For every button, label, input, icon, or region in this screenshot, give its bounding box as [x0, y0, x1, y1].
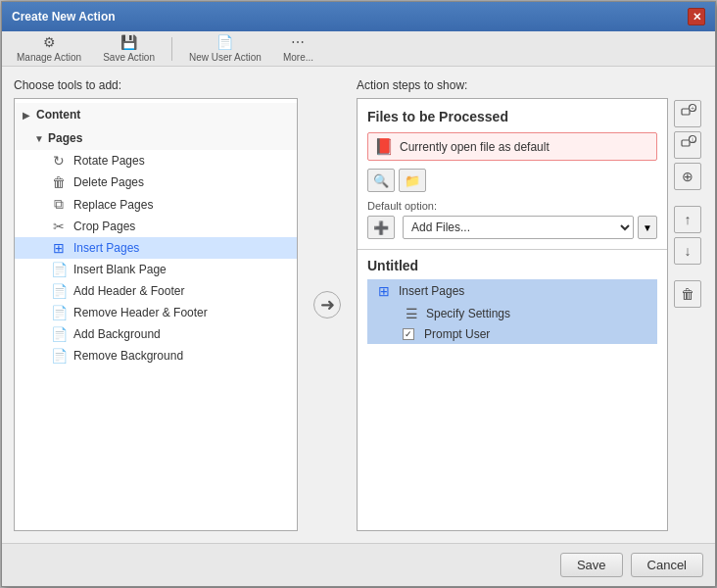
- file-folder-button[interactable]: 📁: [399, 169, 426, 192]
- prompt-user-checkbox[interactable]: ✓: [403, 328, 414, 340]
- manage-icon: ⚙: [43, 34, 56, 50]
- move-up-button[interactable]: ↑: [674, 206, 701, 233]
- save-button[interactable]: Save: [560, 553, 623, 577]
- right-panel-label: Action steps to show:: [357, 78, 668, 92]
- delete-button[interactable]: 🗑: [674, 280, 701, 308]
- remove-background-label: Remove Background: [73, 349, 183, 363]
- insert-pages-action-label: Insert Pages: [399, 284, 464, 298]
- tool-tree: ▶ Content ▼ Pages ↻ Rotate Pages 🗑 Delet…: [14, 98, 298, 531]
- svg-rect-0: [682, 109, 690, 115]
- insert-pages-icon: ⊞: [50, 240, 68, 256]
- crop-pages-item[interactable]: ✂ Crop Pages: [15, 216, 297, 237]
- manage-label: Manage Action: [17, 52, 81, 63]
- manage-action-button[interactable]: ⚙ Manage Action: [8, 30, 90, 67]
- up-arrow-icon: ↑: [685, 212, 692, 227]
- add-info-icon: i: [679, 134, 696, 156]
- add-background-icon: 📄: [50, 326, 68, 342]
- toolbar-separator: [171, 37, 172, 61]
- insert-pages-action-icon: ⊞: [375, 283, 393, 299]
- new-user-action-button[interactable]: 📄 New User Action: [180, 30, 270, 67]
- dropdown-arrow-button[interactable]: ▼: [638, 216, 657, 239]
- new-action-label: New User Action: [189, 52, 262, 63]
- save-action-button[interactable]: 💾 Save Action: [94, 30, 164, 67]
- add-button-2[interactable]: ⊕: [674, 163, 701, 190]
- move-down-button[interactable]: ↓: [674, 237, 701, 265]
- add-header-footer-item[interactable]: 📄 Add Header & Footer: [15, 280, 297, 302]
- specify-settings-subitem[interactable]: ☰ Specify Settings: [367, 303, 657, 324]
- file-folder-icon: 📁: [405, 173, 420, 188]
- file-search-button[interactable]: 🔍: [367, 169, 395, 192]
- replace-pages-icon: ⧉: [50, 196, 68, 213]
- pdf-icon: 📕: [374, 137, 394, 156]
- remove-background-item[interactable]: 📄 Remove Background: [15, 345, 297, 367]
- crop-pages-icon: ✂: [50, 219, 68, 234]
- cancel-button[interactable]: Cancel: [631, 553, 703, 577]
- add-to-action-button[interactable]: ➜: [313, 291, 341, 318]
- default-option-select[interactable]: Add Files... Ask at run time Add Folders…: [403, 216, 634, 239]
- insert-pages-action-item[interactable]: ⊞ Insert Pages: [367, 279, 657, 303]
- delete-pages-item[interactable]: 🗑 Delete Pages: [15, 172, 297, 193]
- crop-pages-label: Crop Pages: [73, 220, 135, 233]
- current-file-button[interactable]: 📕 Currently open file as default: [367, 132, 657, 161]
- dropdown-row: ➕ Add Files... Ask at run time Add Folde…: [367, 216, 657, 239]
- right-panel: Action steps to show: Files to be Proces…: [357, 78, 668, 531]
- down-arrow-icon: ↓: [685, 243, 692, 259]
- left-panel: Choose tools to add: ▶ Content ▼ Pages ↻…: [14, 78, 298, 531]
- files-section: Files to be Processed 📕 Currently open f…: [358, 99, 667, 250]
- more-icon: ⋯: [291, 34, 305, 50]
- remove-header-footer-item[interactable]: 📄 Remove Header & Footer: [15, 302, 297, 323]
- delete-pages-label: Delete Pages: [73, 175, 144, 189]
- title-bar: Create New Action ✕: [2, 2, 715, 31]
- action-container: Files to be Processed 📕 Currently open f…: [357, 98, 668, 531]
- insert-pages-item[interactable]: ⊞ Insert Pages: [15, 237, 297, 259]
- specify-settings-icon: ☰: [403, 306, 420, 321]
- delete-pages-icon: 🗑: [50, 174, 68, 190]
- pages-label: Pages: [48, 131, 82, 145]
- add-info-button[interactable]: i: [674, 131, 701, 159]
- add-background-item[interactable]: 📄 Add Background: [15, 323, 297, 345]
- rotate-pages-icon: ↻: [50, 153, 68, 169]
- rotate-pages-item[interactable]: ↻ Rotate Pages: [15, 150, 297, 172]
- prompt-user-label: Prompt User: [424, 327, 490, 341]
- replace-pages-label: Replace Pages: [73, 198, 153, 212]
- insert-blank-page-item[interactable]: 📄 Insert Blank Page: [15, 259, 297, 280]
- file-search-icon: 🔍: [373, 173, 389, 188]
- toolbar-spacer-2: [674, 269, 703, 276]
- add-arrow-icon: ➜: [320, 294, 335, 316]
- create-new-action-dialog: Create New Action ✕ ⚙ Manage Action 💾 Sa…: [1, 1, 716, 587]
- main-content: Choose tools to add: ▶ Content ▼ Pages ↻…: [2, 67, 715, 543]
- action-section-title: Untitled: [367, 258, 657, 273]
- add-step-button[interactable]: +: [674, 100, 701, 127]
- specify-settings-label: Specify Settings: [426, 307, 510, 320]
- content-section-header[interactable]: ▶ Content: [15, 103, 297, 126]
- current-file-label: Currently open file as default: [400, 140, 550, 154]
- dialog-title: Create New Action: [12, 10, 116, 24]
- insert-pages-label: Insert Pages: [73, 241, 139, 255]
- content-label: Content: [36, 108, 80, 122]
- pages-arrow: ▼: [34, 133, 44, 144]
- add-icon-2: ⊕: [682, 169, 693, 184]
- left-panel-label: Choose tools to add:: [14, 78, 298, 92]
- remove-header-footer-icon: 📄: [50, 305, 68, 320]
- remove-background-icon: 📄: [50, 348, 68, 364]
- new-action-icon: 📄: [216, 34, 233, 50]
- toolbar: ⚙ Manage Action 💾 Save Action 📄 New User…: [2, 31, 715, 67]
- footer: Save Cancel: [2, 543, 715, 586]
- more-label: More...: [283, 52, 313, 63]
- remove-header-footer-label: Remove Header & Footer: [73, 306, 208, 319]
- files-title: Files to be Processed: [367, 109, 657, 124]
- prompt-user-subitem[interactable]: ✓ Prompt User: [367, 324, 657, 344]
- svg-text:+: +: [691, 105, 694, 112]
- action-section: Untitled ⊞ Insert Pages ☰ Specify Settin…: [358, 250, 667, 344]
- close-button[interactable]: ✕: [688, 8, 705, 25]
- more-button[interactable]: ⋯ More...: [274, 30, 322, 67]
- file-icons-row: 🔍 📁: [367, 169, 657, 192]
- svg-rect-3: [682, 140, 690, 146]
- center-panel: ➜: [308, 78, 347, 531]
- toolbar-spacer: [674, 194, 703, 202]
- replace-pages-item[interactable]: ⧉ Replace Pages: [15, 193, 297, 216]
- add-background-label: Add Background: [73, 327, 161, 341]
- insert-blank-label: Insert Blank Page: [73, 263, 167, 276]
- delete-icon: 🗑: [681, 286, 694, 302]
- pages-section-header[interactable]: ▼ Pages: [15, 126, 297, 150]
